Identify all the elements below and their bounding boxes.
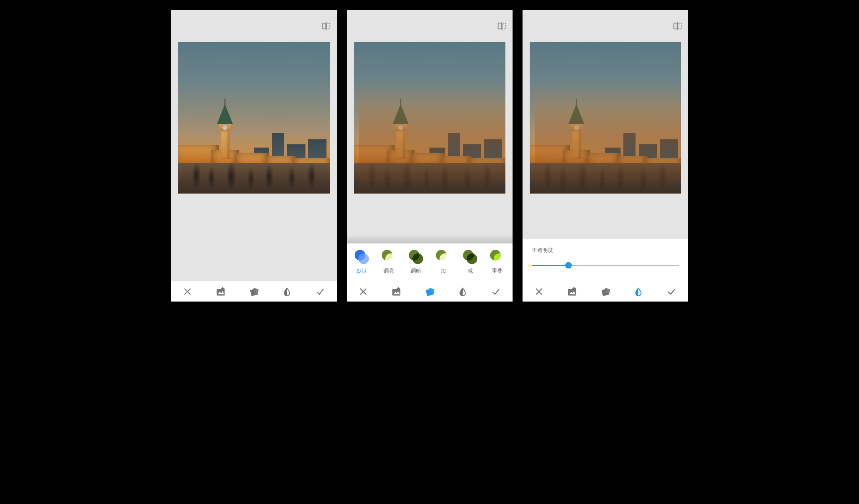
blend-mode-subtract[interactable]: 减 bbox=[463, 250, 477, 274]
add-image-button[interactable] bbox=[564, 284, 580, 299]
blend-swatch-icon bbox=[436, 250, 450, 264]
blend-mode-label: 默认 bbox=[356, 268, 367, 274]
top-bar bbox=[523, 10, 688, 42]
blend-swatch-icon bbox=[463, 250, 477, 264]
blend-swatch-icon bbox=[490, 250, 504, 264]
photo-preview bbox=[354, 42, 505, 194]
confirm-button[interactable] bbox=[664, 284, 679, 299]
bottom-toolbar bbox=[347, 281, 513, 302]
photo-preview bbox=[178, 42, 330, 194]
add-image-button[interactable] bbox=[213, 284, 228, 299]
edit-canvas[interactable] bbox=[171, 42, 337, 281]
cancel-button[interactable] bbox=[531, 284, 547, 299]
bottom-toolbar bbox=[523, 281, 688, 302]
blend-mode-overlay[interactable]: 重叠 bbox=[490, 250, 504, 274]
blend-mode-panel: 默认调亮调暗加减重叠 bbox=[347, 243, 513, 281]
blend-mode-label: 减 bbox=[468, 268, 473, 274]
confirm-button[interactable] bbox=[488, 284, 504, 299]
opacity-button[interactable] bbox=[455, 284, 470, 299]
slider-thumb-icon[interactable] bbox=[565, 262, 572, 268]
opacity-button[interactable] bbox=[631, 284, 646, 299]
top-bar bbox=[347, 10, 513, 42]
blend-swatch-icon bbox=[355, 250, 369, 264]
blend-swatch-icon bbox=[409, 250, 423, 264]
blend-mode-label: 加 bbox=[441, 268, 446, 274]
blend-mode-darken[interactable]: 调暗 bbox=[409, 250, 423, 274]
opacity-label: 不透明度 bbox=[532, 247, 679, 254]
screen-base bbox=[171, 10, 337, 302]
edit-canvas[interactable] bbox=[347, 42, 513, 243]
blend-modes-button[interactable] bbox=[246, 284, 262, 299]
blend-mode-add[interactable]: 加 bbox=[436, 250, 450, 274]
opacity-panel: 不透明度 bbox=[523, 239, 688, 281]
screen-blend-modes: 默认调亮调暗加减重叠 bbox=[347, 10, 513, 302]
blend-mode-label: 调暗 bbox=[411, 268, 421, 274]
blend-mode-default[interactable]: 默认 bbox=[355, 250, 369, 274]
cancel-button[interactable] bbox=[180, 284, 195, 299]
blend-modes-button[interactable] bbox=[597, 284, 613, 299]
blend-mode-lighten[interactable]: 调亮 bbox=[382, 250, 396, 274]
photo-preview bbox=[530, 42, 681, 194]
compare-icon[interactable] bbox=[497, 21, 507, 31]
top-bar bbox=[171, 10, 337, 42]
bottom-toolbar bbox=[171, 281, 337, 302]
blend-mode-label: 重叠 bbox=[492, 268, 503, 274]
compare-icon[interactable] bbox=[321, 21, 331, 31]
edit-canvas[interactable] bbox=[523, 42, 688, 239]
compare-icon[interactable] bbox=[673, 21, 683, 31]
blend-modes-button[interactable] bbox=[422, 284, 437, 299]
opacity-slider[interactable] bbox=[532, 260, 679, 270]
add-image-button[interactable] bbox=[389, 284, 404, 299]
opacity-button[interactable] bbox=[279, 284, 295, 299]
screen-opacity: 不透明度 bbox=[523, 10, 688, 302]
blend-mode-label: 调亮 bbox=[384, 268, 394, 274]
confirm-button[interactable] bbox=[312, 284, 328, 299]
blend-swatch-icon bbox=[382, 250, 396, 264]
cancel-button[interactable] bbox=[355, 284, 371, 299]
